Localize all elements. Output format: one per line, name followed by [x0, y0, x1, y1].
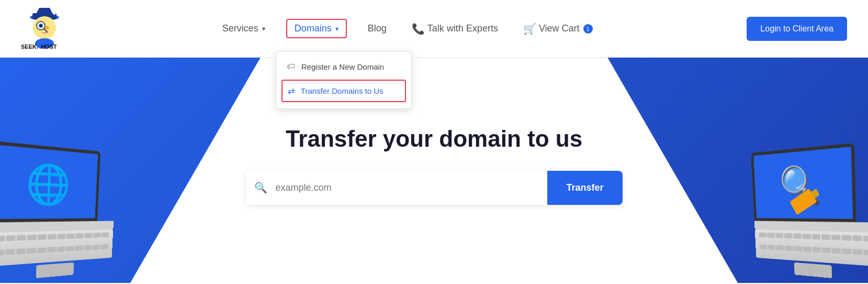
- dropdown-item-transfer[interactable]: ⇄ Transfer Domains to Us: [281, 80, 406, 102]
- domains-label: Domains: [295, 23, 332, 34]
- nav-view-cart[interactable]: 🛒 View Cart 1: [519, 20, 597, 37]
- hero-section: 🌐 🔍 Transfer your d: [0, 58, 868, 283]
- svg-point-9: [45, 26, 49, 29]
- svg-marker-2: [37, 8, 52, 13]
- search-icon: 🔍: [254, 182, 267, 193]
- laptop-left: 🌐: [0, 141, 117, 283]
- domains-chevron-icon: ▾: [335, 25, 339, 32]
- domains-dropdown-menu: 🏷 Register a New Domain ⇄ Transfer Domai…: [276, 51, 412, 109]
- talk-experts-label: Talk with Experts: [427, 23, 498, 34]
- view-cart-label: View Cart: [539, 23, 580, 34]
- services-label: Services: [222, 23, 258, 34]
- services-chevron-icon: ▾: [262, 25, 265, 32]
- tag-icon: 🏷: [287, 62, 295, 71]
- nav-domains-wrapper: Domains ▾ 🏷 Register a New Domain ⇄ Tran…: [286, 19, 347, 38]
- laptop-keyboard-left: [0, 230, 113, 267]
- phone-icon: 📞: [412, 23, 425, 35]
- cart-icon: 🛒: [523, 23, 536, 35]
- blog-label: Blog: [368, 23, 387, 34]
- transfer-icon: ⇄: [288, 86, 295, 96]
- hero-title: Transfer your domain to us: [246, 126, 623, 152]
- header: SEEKAHOST Services ▾ Domains ▾ 🏷 Registe…: [0, 0, 868, 58]
- cart-badge: 1: [583, 24, 593, 34]
- globe-icon: 🌐: [26, 160, 71, 207]
- trackpad-right: [794, 263, 832, 278]
- dropdown-item-register[interactable]: 🏷 Register a New Domain: [276, 56, 411, 78]
- logo[interactable]: SEEKAHOST: [21, 8, 68, 50]
- domain-search-input[interactable]: [276, 171, 548, 205]
- laptop-keyboard-right: [755, 230, 868, 267]
- nav-talk-experts[interactable]: 📞 Talk with Experts: [408, 20, 502, 37]
- logo-icon: SEEKAHOST: [21, 8, 68, 50]
- hero-content: Transfer your domain to us 🔍 Transfer: [235, 105, 633, 236]
- svg-text:SEEKAHOST: SEEKAHOST: [21, 43, 57, 50]
- nav-domains[interactable]: Domains ▾: [286, 19, 347, 38]
- dropdown-transfer-label: Transfer Domains to Us: [301, 86, 384, 95]
- domain-search-row: 🔍 Transfer: [246, 171, 623, 205]
- laptop-right: 🔍: [751, 141, 868, 283]
- login-button[interactable]: Login to Client Area: [747, 17, 847, 41]
- svg-point-6: [40, 25, 42, 27]
- main-nav: Services ▾ Domains ▾ 🏷 Register a New Do…: [68, 19, 747, 38]
- dropdown-register-label: Register a New Domain: [301, 62, 384, 71]
- search-icon-wrap: 🔍: [246, 181, 276, 194]
- transfer-button[interactable]: Transfer: [547, 171, 622, 205]
- laptop-screen-left: 🌐: [0, 141, 100, 223]
- nav-services[interactable]: Services ▾: [218, 21, 269, 36]
- trackpad-left: [36, 263, 74, 278]
- nav-blog[interactable]: Blog: [364, 21, 391, 36]
